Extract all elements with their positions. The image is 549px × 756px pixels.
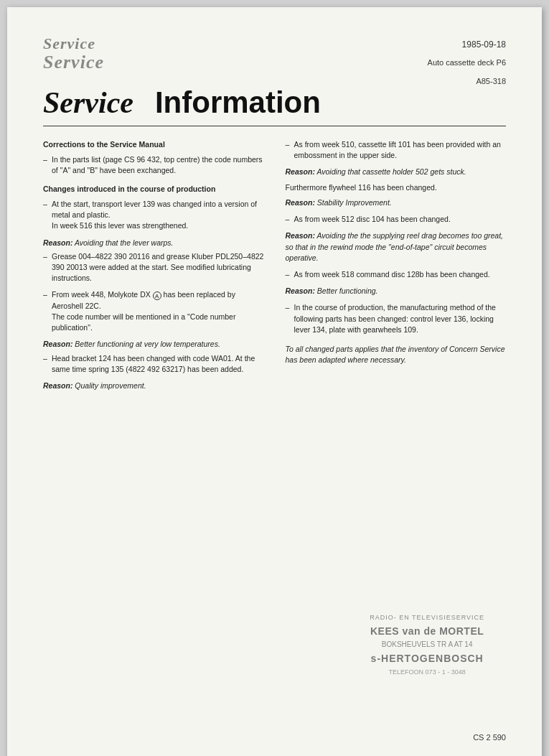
right-item1-reason: Reason: Avoiding that cassette holder 50… [286,167,507,177]
changes-title: Changes introduced in the course of prod… [43,184,264,195]
document-code: A85-318 [428,77,506,85]
right-italic-text: To all changed parts applies that the in… [286,345,505,364]
right-item1-extra-reason: Reason: Stability Improvement. [286,197,507,208]
change2-text: Grease 004–4822 390 20116 and grease Klu… [52,252,263,282]
product: Auto cassette deck P6 [428,58,506,67]
date: 1985-09-18 [428,39,506,50]
change2-item: Grease 004–4822 390 20116 and grease Klu… [43,251,264,284]
change4-reason: Reason: Quality improvement. [43,381,264,391]
right-item2-text: As from week 512 disc 104 has been chang… [294,215,451,223]
corrections-title: Corrections to the Service Manual [43,139,264,150]
right-item2-reason: Reason: Avoiding the the supplying reel … [286,230,507,263]
stamp-line1: RADIO- EN TELEVISIESERVICE [370,612,484,622]
page-number: CS 2 590 [473,733,506,742]
right-item1-reason-text: Avoiding that cassette holder 502 gets s… [316,167,466,176]
right-item1-extra-reason-text: Stability Improvement. [317,198,392,207]
right-italic: To all changed parts applies that the in… [286,344,507,365]
logo-service-medium: Service [43,53,104,72]
logo-service-small: Service [43,36,104,52]
change1-item: At the start, transport lever 139 was ch… [43,199,264,232]
column-right: As from week 510, cassette lift 101 has … [286,139,507,394]
column-left: Corrections to the Service Manual In the… [43,139,264,394]
title-row: Service Information [43,85,506,120]
change1-reason-text: Avoiding that the lever warps. [75,238,174,247]
right-item4: In the course of production, the manufac… [286,302,507,335]
right-item1-text: As from week 510, cassette lift 101 has … [294,140,501,159]
stamp-line2: KEES van de MORTEL [370,623,484,639]
change4-item: Head bracket 124 has been changed with c… [43,353,264,375]
right-item3-text: As from week 518 command disc 128b has b… [294,270,490,279]
change3-reason-text: Better functioning at very low temperatu… [75,340,220,348]
header-right: 1985-09-18 Auto cassette deck P6 A85-318 [428,39,506,85]
header-divider [43,126,506,126]
stamp-line3: BOKSHEUVELS TR A AT 14 [370,639,484,650]
right-item4-text: In the course of production, the manufac… [294,303,496,333]
stamp-line5: TELEFOON 073 - 1 - 3048 [370,667,484,677]
footer-stamp: RADIO- EN TELEVISIESERVICE KEES van de M… [370,612,484,677]
corrections-item1: In the parts list (page CS 96 432, top c… [43,154,264,176]
change3-item: From week 448, Molykote DX A has been re… [43,289,264,333]
change4-reason-text: Quality improvement. [75,381,146,390]
change3-reason: Reason: Better functioning at very low t… [43,339,264,350]
right-item1-extra: Furthermore flywheel 116 has been change… [286,182,507,193]
corrections-item1-text: In the parts list (page CS 96 432, top c… [52,155,263,174]
right-item2: As from week 512 disc 104 has been chang… [286,214,507,225]
logo-stack: Service Service [43,36,104,72]
right-item3-reason: Reason: Better functioning. [286,286,507,297]
right-item3-reason-text: Better functioning. [317,286,378,295]
change1-reason: Reason: Avoiding that the lever warps. [43,238,264,248]
content-area: Corrections to the Service Manual In the… [43,139,506,394]
document-page: Service Service 1985-09-18 Auto cassette… [7,7,542,756]
right-item1: As from week 510, cassette lift 101 has … [286,139,507,161]
header-area: Service Service 1985-09-18 Auto cassette… [43,36,506,85]
title-information: Information [155,85,321,120]
change1-text: At the start, transport lever 139 was ch… [52,200,257,230]
title-service: Service [43,85,133,120]
circle-a-icon: A [153,291,161,300]
right-item3: As from week 518 command disc 128b has b… [286,269,507,280]
change3-pre: From week 448, Molykote DX [52,290,153,299]
stamp-line4: s-HERTOGENBOSCH [370,650,484,666]
right-item2-reason-text: Avoiding the the supplying reel drag bec… [286,231,504,261]
change4-text: Head bracket 124 has been changed with c… [52,354,255,373]
